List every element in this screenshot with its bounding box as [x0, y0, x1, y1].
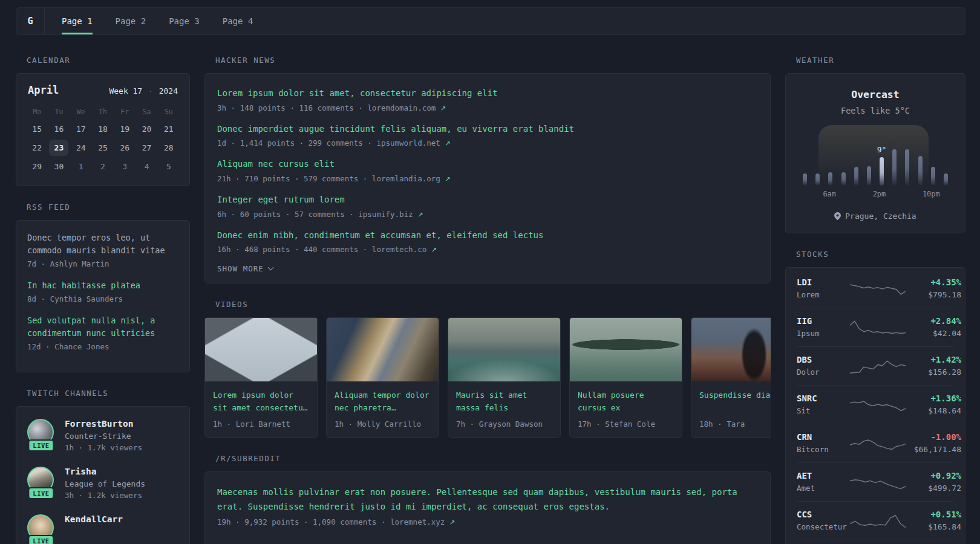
stock-sparkline — [850, 510, 906, 531]
weather-section: WEATHER Overcast Feels like 5°C — [785, 56, 965, 233]
stock-ticker: DBS — [797, 355, 850, 364]
stock-sparkline — [850, 394, 906, 415]
calendar-day: 3 — [115, 158, 134, 175]
weather-time-label — [886, 190, 898, 198]
sparkline-chart — [850, 471, 906, 492]
live-badge: LIVE — [28, 439, 54, 452]
calendar-day: 29 — [27, 158, 47, 175]
hackernews-item-title[interactable]: Lorem ipsum dolor sit amet, consectetur … — [217, 87, 758, 100]
hackernews-item-meta[interactable]: 1d · 1,414 points · 299 comments · ipsum… — [217, 138, 758, 147]
calendar-day-header: We — [70, 108, 92, 116]
calendar-day: 28 — [159, 140, 178, 156]
video-thumbnail[interactable] — [448, 318, 560, 381]
video-title[interactable]: Nullam posuere cursus ex — [578, 389, 674, 414]
twitch-channel-row[interactable]: LIVE ForrestBurton Counter-Strike 1h · 1… — [27, 419, 178, 452]
app-logo[interactable]: G — [16, 8, 45, 34]
sparkline-chart — [850, 510, 906, 531]
stock-row[interactable]: SNRC Sit +1.36% $148.64 — [797, 386, 954, 424]
stock-row[interactable]: DBS Dolor +1.42% $156.28 — [797, 347, 954, 386]
twitch-channel-category: League of Legends — [65, 479, 145, 488]
hackernews-item: Lorem ipsum dolor sit amet, consectetur … — [217, 87, 758, 112]
calendar-day: 16 — [49, 121, 68, 137]
calendar-day: 1 — [71, 158, 91, 175]
stock-row[interactable]: CCS Consectetur +0.51% $165.84 — [797, 502, 954, 540]
page-tab[interactable]: Page 3 — [169, 8, 200, 34]
hackernews-item-title[interactable]: Donec imperdiet augue tincidunt felis al… — [217, 123, 758, 136]
reddit-post-title[interactable]: Maecenas mollis pulvinar erat non posuer… — [217, 485, 758, 513]
weather-feels-like: Feels like 5°C — [797, 106, 954, 115]
video-card[interactable]: Suspendisse diam 18h · Tara — [691, 317, 771, 438]
page-tab[interactable]: Page 4 — [223, 8, 253, 34]
rss-section: RSS FEED Donec tempor eros leo, ut commo… — [16, 202, 190, 372]
hackernews-item-title[interactable]: Aliquam nec cursus elit — [217, 158, 758, 171]
twitch-channel-row[interactable]: LIVE KendallCarr — [27, 514, 178, 542]
videos-carousel: Lorem ipsum dolor sit amet consectetu… 1… — [204, 317, 771, 438]
calendar-day-header: Sa — [136, 108, 157, 116]
calendar-day-header: Su — [158, 108, 180, 116]
weather-widget: Overcast Feels like 5°C — [785, 73, 965, 233]
hackernews-item-meta[interactable]: 21h · 710 points · 579 comments · loreml… — [217, 174, 758, 183]
hackernews-item-meta[interactable]: 3h · 148 points · 116 comments · loremdo… — [217, 103, 758, 112]
video-thumbnail[interactable] — [570, 318, 682, 381]
weather-bar-column — [799, 161, 811, 186]
stock-change-percent: +0.51% — [906, 510, 961, 519]
twitch-channel-name[interactable]: KendallCarr — [65, 514, 123, 524]
hackernews-item: Donec enim nibh, condimentum et accumsan… — [217, 229, 758, 254]
video-thumbnail[interactable] — [205, 318, 317, 381]
page-tab[interactable]: Page 2 — [116, 8, 146, 34]
hackernews-item-title[interactable]: Integer eget rutrum lorem — [217, 193, 758, 207]
rss-section-label: RSS FEED — [27, 202, 190, 212]
reddit-post-meta[interactable]: 19h · 9,932 points · 1,090 comments · lo… — [217, 517, 758, 526]
video-card[interactable]: Nullam posuere cursus ex 17h · Stefan Co… — [569, 317, 682, 438]
video-card[interactable]: Lorem ipsum dolor sit amet consectetu… 1… — [204, 317, 318, 438]
stocks-section-label: STOCKS — [796, 250, 965, 259]
weather-bar-column — [850, 155, 863, 186]
stock-sparkline — [850, 355, 906, 376]
hackernews-item-meta[interactable]: 16h · 468 points · 440 comments · loremt… — [217, 245, 758, 254]
video-title[interactable]: Mauris sit amet massa felis — [456, 389, 552, 414]
weather-hourly-chart: 9° — [797, 134, 954, 186]
stocks-widget: LDI Lorem +4.35% $795.18 — [785, 267, 965, 544]
hackernews-item-title[interactable]: Donec enim nibh, condimentum et accumsan… — [217, 229, 758, 242]
video-title[interactable]: Suspendisse diam — [699, 389, 771, 414]
video-thumbnail[interactable] — [327, 318, 439, 381]
rss-item-title[interactable]: Donec tempor eros leo, ut commodo mauris… — [27, 232, 178, 257]
stock-change-percent: +4.35% — [906, 277, 961, 287]
stock-row[interactable]: IIG Ipsum +2.84% $42.04 — [797, 308, 954, 347]
stock-ticker: SNRC — [797, 393, 850, 403]
stock-row[interactable]: LDI Lorem +4.35% $795.18 — [797, 270, 954, 308]
stock-row[interactable]: AET Amet +0.92% $499.72 — [797, 463, 954, 502]
weather-bar-column — [888, 137, 901, 186]
video-card[interactable]: Mauris sit amet massa felis 7h · Grayson… — [448, 317, 561, 438]
weather-bar-column — [914, 144, 927, 186]
weather-bar-column: 9° — [875, 145, 888, 186]
rss-item-title[interactable]: Sed volutpat nulla nisl, a condimentum n… — [27, 314, 178, 340]
external-link-icon: ↗ — [440, 105, 446, 112]
stock-name: Amet — [797, 484, 850, 493]
weather-time-label: 6am — [823, 190, 836, 198]
stock-row[interactable]: CRN Bitcorn -1.00% $66,171.48 — [797, 424, 954, 463]
dashboard-columns: CALENDAR April Week 17 · 2024 MoTuWeThFr… — [16, 56, 965, 544]
rss-item-title[interactable]: In hac habitasse platea — [27, 279, 178, 292]
twitch-channel-name[interactable]: ForrestBurton — [65, 419, 142, 429]
video-card[interactable]: Aliquam tempor dolor nec pharetra… 1h · … — [326, 317, 439, 438]
weather-time-label — [848, 190, 860, 198]
hackernews-show-more-button[interactable]: SHOW MORE — [217, 264, 758, 273]
twitch-channel-name[interactable]: Trisha — [65, 467, 145, 476]
top-navbar: G Page 1 Page 2 Page 3 Page 4 — [16, 7, 965, 35]
page-tab[interactable]: Page 1 — [62, 8, 93, 34]
weather-time-label — [910, 190, 923, 198]
calendar-day: 15 — [27, 121, 47, 137]
calendar-day: 2 — [93, 158, 113, 175]
video-thumbnail[interactable] — [691, 318, 771, 381]
video-title[interactable]: Aliquam tempor dolor nec pharetra… — [335, 389, 431, 414]
weather-bar-column — [811, 161, 824, 186]
weather-bar-column — [939, 161, 952, 186]
twitch-channel-row[interactable]: LIVE Trisha League of Legends 3h · 1.2k … — [27, 467, 178, 500]
hackernews-item-meta[interactable]: 6h · 60 points · 57 comments · ipsumify.… — [217, 210, 758, 219]
sparkline-chart — [850, 433, 906, 453]
calendar-day: 19 — [115, 121, 134, 137]
stock-row[interactable]: AHS +0.46% — [797, 540, 954, 544]
video-title[interactable]: Lorem ipsum dolor sit amet consectetu… — [213, 389, 309, 414]
weather-bar — [815, 173, 820, 186]
